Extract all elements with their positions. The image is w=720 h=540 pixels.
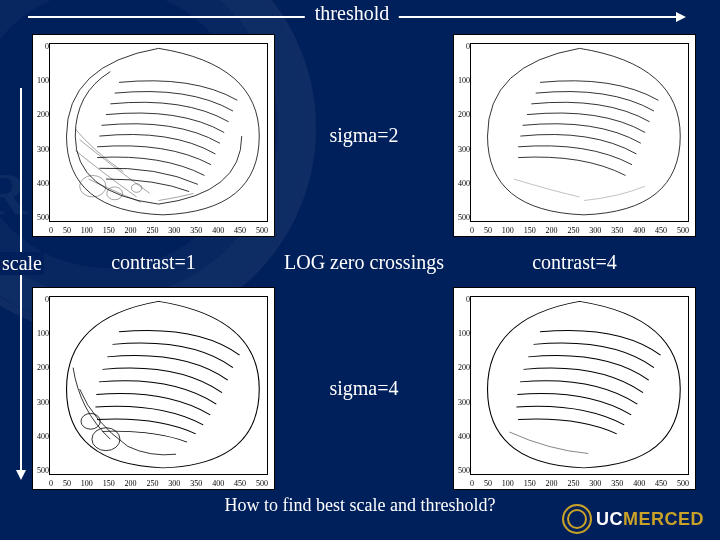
ucmerced-logo: UCMERCED (562, 504, 704, 534)
contrast1-text: contrast=1 (111, 251, 196, 274)
logo-uc: UC (596, 509, 623, 529)
sigma4-text: sigma=4 (329, 377, 398, 400)
figure-sigma2-contrast4: 5004003002001000 05010015020025030035040… (453, 34, 696, 237)
center-title: LOG zero crossings (279, 237, 449, 287)
sigma-label-bottom: sigma=4 (279, 287, 449, 490)
edge-map-icon (470, 296, 689, 475)
edge-map-icon (49, 43, 268, 222)
threshold-axis: threshold (28, 16, 676, 18)
sigma-label-top: sigma=2 (279, 34, 449, 237)
center-text: LOG zero crossings (284, 251, 444, 274)
arrow-right-icon (676, 12, 686, 22)
contrast-left-label: contrast=1 (32, 237, 275, 287)
scale-axis (20, 88, 22, 470)
edge-map-icon (49, 296, 268, 475)
figure-sigma4-contrast1: 5004003002001000 05010015020025030035040… (32, 287, 275, 490)
figure-grid: 5004003002001000 05010015020025030035040… (32, 34, 696, 490)
arrow-down-icon (16, 470, 26, 480)
edge-map-icon (470, 43, 689, 222)
logo-merced: MERCED (623, 509, 704, 529)
threshold-axis-label: threshold (305, 2, 399, 25)
slide: ERCED threshold scale (0, 0, 720, 540)
contrast4-text: contrast=4 (532, 251, 617, 274)
seal-icon (562, 504, 592, 534)
figure-sigma2-contrast1: 5004003002001000 05010015020025030035040… (32, 34, 275, 237)
contrast-right-label: contrast=4 (453, 237, 696, 287)
svg-point-2 (131, 184, 142, 193)
figure-sigma4-contrast4: 5004003002001000 05010015020025030035040… (453, 287, 696, 490)
sigma2-text: sigma=2 (329, 124, 398, 147)
